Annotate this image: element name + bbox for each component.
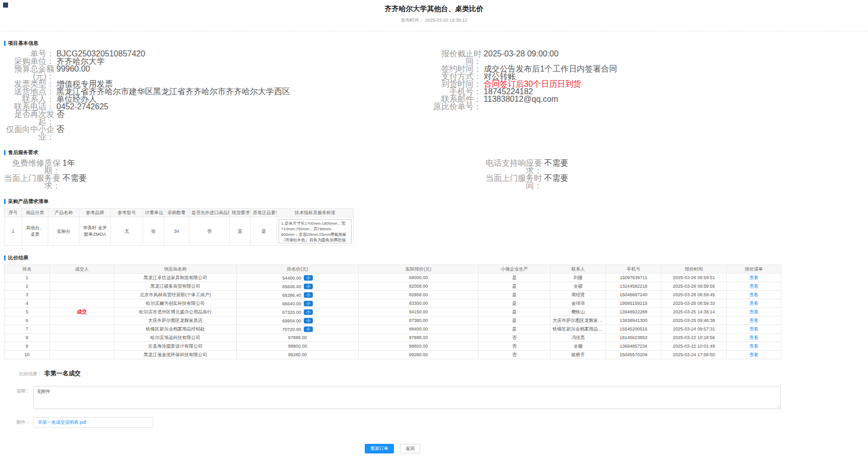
rank-price-value: 70720.00 xyxy=(282,327,301,332)
supplier-cell: 黑龙江卓信达家具制造有限公司 xyxy=(114,274,237,282)
remark-textarea[interactable]: 见附件 xyxy=(33,386,781,409)
column-header: 采购数量 xyxy=(164,209,189,217)
service-grid: 免费维修质保期：1年当面上门服务要求：不需要 电话支持响应要求：不需要当面上门服… xyxy=(4,159,781,189)
deal-cell xyxy=(50,334,114,342)
column-header: 产品名称 xyxy=(48,209,80,217)
small-enterprise-badge: 小 xyxy=(304,318,313,323)
supplier-cell: 大庆市萨尔图区龙辉家具店 xyxy=(114,316,237,325)
field-label: 采购单位： xyxy=(4,57,54,65)
view-quotation-link[interactable]: 查看 xyxy=(750,335,759,340)
quote-time-cell: 2025-03-28 08:59:56 xyxy=(661,282,727,291)
quote-time-cell: 2025-03-28 08:59:45 xyxy=(661,291,727,299)
rank-cell: 4 xyxy=(5,299,50,308)
compare-result-label: 比价结果： xyxy=(19,371,42,377)
rank-price-cell: 98800.00 xyxy=(237,342,359,351)
rank-price-cell: 99280.00 xyxy=(237,351,359,359)
phone-cell: 13244582218 xyxy=(606,282,661,291)
field-value: 否 xyxy=(56,125,64,141)
info-row: 联系邮件：113838012@qq.com xyxy=(431,95,781,103)
info-row: 手机号：18745224182 xyxy=(431,88,781,95)
column-header: 商品分类 xyxy=(22,209,48,217)
view-quotation-link[interactable]: 查看 xyxy=(750,344,759,349)
view-quotation-link[interactable]: 查看 xyxy=(750,275,759,280)
info-row: 是否再次发起：否 xyxy=(4,110,431,125)
view-quotation-link[interactable]: 查看 xyxy=(750,318,759,323)
view-quotation-link[interactable]: 查看 xyxy=(750,292,759,297)
deal-cell xyxy=(50,291,114,299)
view-quotation-link[interactable]: 查看 xyxy=(750,284,759,289)
field-value: BJCG250320510857420 xyxy=(56,50,145,57)
rank-price-cell: 54400.00小 xyxy=(237,274,359,282)
attachment-row: 附件： 非第一名成交说明表.pdf xyxy=(4,417,781,428)
small-enterprise-badge: 小 xyxy=(304,275,313,281)
main-content: 项目基本信息 单号：BJCG250320510857420采购单位：齐齐哈尔大学… xyxy=(4,40,781,461)
view-cell: 查看 xyxy=(727,325,781,334)
view-quotation-link[interactable]: 查看 xyxy=(750,309,759,314)
column-header: 排名 xyxy=(5,265,50,274)
service-right-column: 电话支持响应要求：不需要当面上门服务时间：不需要 xyxy=(486,159,781,189)
product-name: 实验台 xyxy=(48,217,80,246)
field-value: 黑龙江省齐齐哈尔市建华区黑龙江省齐齐哈尔市齐齐哈尔大学西区 xyxy=(56,88,290,95)
page-title: 齐齐哈尔大学其他台、桌类比价 xyxy=(0,5,868,14)
basic-info-left-column: 单号：BJCG250320510857420采购单位：齐齐哈尔大学预算总金额(元… xyxy=(4,50,431,141)
price-compare-table: 排名成交人供应商名称排名价(元)实际报价(元)小微企业生产联系人手机号报价时间报… xyxy=(4,265,781,359)
table-row: 5成交哈尔滨市道外区博元盛办公用品商行67320.00小84150.00是樊铁山… xyxy=(5,308,781,316)
field-value: 2025-03-28 09:00:00 xyxy=(484,50,559,65)
reorder-button[interactable]: 重新订单 xyxy=(365,444,394,453)
info-row: 当面上门服务时间：不需要 xyxy=(486,174,781,189)
field-value: 18745224182 xyxy=(484,88,533,95)
field-value: 成交公告发布后1个工作日内签署合同 xyxy=(484,65,617,73)
field-label: 手机号： xyxy=(431,88,482,95)
attachment-link[interactable]: 非第一名成交说明表.pdf xyxy=(38,419,86,426)
product-spec-textarea[interactable]: 1.桌体尺寸长1700mm-1800mm，宽710mm-750mm，高780mm… xyxy=(279,219,352,243)
actual-price-cell: 97888.00 xyxy=(359,334,479,342)
view-quotation-link[interactable]: 查看 xyxy=(750,326,759,332)
info-row: 报价截止时间：2025-03-28 09:00:00 xyxy=(431,50,781,65)
rank-price-value: 65606.40 xyxy=(282,284,301,289)
table-header-row: 序号商品分类产品名称参考品牌参考型号计量单位采购数量是否允许进口商品报价现货要求… xyxy=(5,209,354,217)
small-enterprise-badge: 小 xyxy=(304,284,313,289)
view-quotation-link[interactable]: 查看 xyxy=(750,301,759,306)
field-label: 是否再次发起： xyxy=(4,110,54,125)
field-label: 当面上门服务时间： xyxy=(486,174,542,189)
resize-handle-icon[interactable] xyxy=(775,404,780,408)
info-row: 采购单位：齐齐哈尔大学 xyxy=(4,57,431,65)
phone-cell: 19585159215 xyxy=(606,299,661,308)
field-value: 单位经办人 xyxy=(56,95,97,103)
rank-price-value: 54400.00 xyxy=(282,276,301,281)
column-header: 报价清单 xyxy=(727,265,781,274)
small-enterprise-badge: 小 xyxy=(304,309,313,315)
field-label: 签约时间： xyxy=(431,65,482,73)
supplier-cell: 哈尔滨市道外区博元盛办公用品商行 xyxy=(114,308,237,316)
field-value: 合同签订后30个日历日到货 xyxy=(484,80,581,88)
actual-price-cell: 87380.00 xyxy=(359,316,479,325)
small-company-cell: 是 xyxy=(479,291,551,299)
small-enterprise-badge: 小 xyxy=(304,301,313,306)
contact-cell: 金璟璟 xyxy=(551,299,606,308)
field-value: 1年 xyxy=(62,159,75,174)
view-cell: 查看 xyxy=(727,334,781,342)
rank-cell: 2 xyxy=(5,282,50,291)
actual-price-cell: 99280.00 xyxy=(359,351,479,359)
small-company-cell: 是 xyxy=(479,274,551,282)
column-header: 计量单位 xyxy=(143,209,164,217)
field-value: 0452-2742625 xyxy=(56,103,108,110)
remark-row: 说明： 见附件 xyxy=(4,386,781,409)
view-quotation-link[interactable]: 查看 xyxy=(750,352,759,357)
supplier-cell: 铁锋区新兴业档案用品经销处 xyxy=(114,325,237,334)
product-stock-required: 是 xyxy=(230,217,251,246)
info-row: 预算总金额(元)：99960.00 xyxy=(4,65,431,80)
rank-price-value: 66640.00 xyxy=(282,301,301,306)
small-company-cell: 是 xyxy=(479,282,551,291)
info-row: 联系电话：0452-2742625 xyxy=(4,103,431,110)
product-row: 1 其他台、桌类 实验台 华美轩 金罗斯单ZMOA 无 张 34 否 是 是 1… xyxy=(5,217,354,246)
field-value: 113838012@qq.com xyxy=(484,95,558,103)
info-row: 联系人：单位经办人 xyxy=(4,95,431,103)
supplier-cell: 哈尔滨旭远科技有限公司 xyxy=(114,334,237,342)
rank-cell: 1 xyxy=(5,274,50,282)
table-row: 1黑龙江卓信达家具制造有限公司54400.00小68000.00是刘捷15097… xyxy=(5,274,781,282)
back-button[interactable]: 返回 xyxy=(400,444,420,453)
rank-price-cell: 65606.40小 xyxy=(237,282,359,291)
info-row: 电话支持响应要求：不需要 xyxy=(486,159,781,174)
phone-cell: 15545200516 xyxy=(606,325,661,334)
